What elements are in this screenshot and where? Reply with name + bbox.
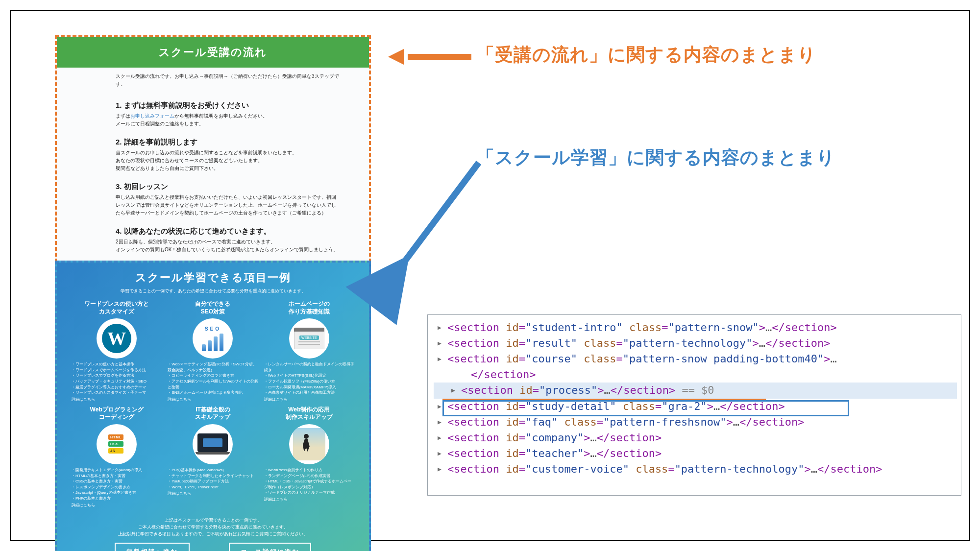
cell-list-item: HTML・CSS・Javascriptで作成するホームページ制作（レスポンシブ対… — [264, 479, 354, 490]
step-body: まずはお申し込みフォームから無料事前説明をお申し込みください。メールにて日程調整… — [116, 112, 340, 128]
study-heading: スクール学習できる項目一例 — [57, 263, 369, 288]
devtools-elements-panel[interactable]: <section id="student-intro" class="patte… — [427, 314, 961, 496]
cell-list-item: WebサイトのHTTPS(SSL)化設定 — [264, 373, 354, 379]
more-link[interactable]: 詳細はこちら — [168, 397, 258, 402]
cell-list-item: PHPの基本と書き方 — [72, 496, 162, 502]
cell-list-item: レスポンシブデザインの書き方 — [72, 484, 162, 490]
cell-list-item: Javascript・jQueryの基本と書き方 — [72, 490, 162, 496]
cell-title: Webプログラミングコーディング — [72, 406, 162, 421]
cell-list-item: 開発用テキストエディタ(Atom)の導入 — [72, 467, 162, 473]
apply-link[interactable]: お申し込みフォーム — [130, 113, 174, 119]
study-cell: Web制作の応用制作スキルアップWordPress会員サイトの作り方ランディング… — [264, 406, 354, 508]
devtools-line[interactable]: <section id="student-intro" class="patte… — [434, 320, 957, 335]
more-link[interactable]: 詳細はこちら — [168, 491, 258, 496]
cell-list-item: ワードプレスの使い方と基本操作 — [72, 361, 162, 367]
cell-list-item: 厳選プラグイン導入とおすすめのテーマ — [72, 384, 162, 390]
cell-list-item: WordPress会員サイトの作り方 — [264, 467, 354, 473]
arrow-blue — [388, 160, 486, 287]
step-title: 4. 以降あなたの状況に応じて進めていきます。 — [116, 227, 340, 236]
study-cell: ホームページの作り方基礎知識WEBSITEレンタルサーバーの契約と独自ドメインの… — [264, 300, 354, 402]
cell-list-item: バックアップ・セキュリティ対策・SEO — [72, 379, 162, 384]
devtools-line[interactable]: <section id="customer-voice" class="patt… — [434, 461, 957, 477]
cell-list-item: レンタルサーバーの契約と独自ドメインの取得手続き — [264, 361, 354, 373]
annotation-blue: 「スクール学習」に関する内容のまとまり — [476, 145, 835, 170]
cell-title: IT基礎全般のスキルアップ — [168, 406, 258, 421]
cell-list-item: ワードプレスのカスタマイズ・子テーマ — [72, 390, 162, 396]
step-title: 3. 初回レッスン — [116, 182, 340, 192]
arrow-orange — [388, 49, 471, 65]
process-step: 4. 以降あなたの状況に応じて進めていきます。2回目以降も、個別指導であなただけ… — [57, 224, 369, 261]
step-title: 1. まずは無料事前説明をお受けください — [116, 101, 340, 110]
cell-list-item: ランディングページ(LP)の作成実習 — [264, 473, 354, 479]
cell-list-item: HTMLの基本と書き方・実習 — [72, 473, 162, 479]
cell-list-item: ワードプレスでブログを作る方法 — [72, 373, 162, 379]
cell-list-item: Word、Excel、PowerPoint — [168, 484, 258, 490]
devtools-line[interactable]: </section> — [434, 367, 957, 383]
step-title: 2. 詳細を事前説明します — [116, 138, 340, 147]
left-column: スクール受講の流れ スクール受講の流れです。お申し込み→事前説明→（ご納得いただ… — [55, 35, 371, 551]
more-link[interactable]: 詳細はこちら — [72, 503, 162, 508]
devtools-line[interactable]: ⋯<section id="process">…</section> == $0 — [434, 383, 957, 398]
step-body: 当スクールのお申し込みの流れや受講に関することなどを事前説明をいたします。あなた… — [116, 149, 340, 172]
cell-list-item: ワードプレスのオリジナルテーマ作成 — [264, 490, 354, 496]
cell-list: 開発用テキストエディタ(Atom)の導入HTMLの基本と書き方・実習CSSの基本… — [72, 467, 162, 502]
cell-list-item: ワードプレスでホームページを作る方法 — [72, 367, 162, 373]
cell-list: Webマーケティング基礎(3C分析・SWOT分析、競合調査、ペルソナ設定)コピー… — [168, 361, 258, 396]
consult-button[interactable]: 無料相談へ進む — [115, 543, 190, 551]
cell-list-item: Webマーケティング基礎(3C分析・SWOT分析、競合調査、ペルソナ設定) — [168, 361, 258, 373]
step-body: 2回目以降も、個別指導であなただけのペースで着実に進めていきます。オンラインでの… — [116, 238, 340, 254]
study-cell: 自分でできるSEO対策SEOWebマーケティング基礎(3C分析・SWOT分析、競… — [168, 300, 258, 402]
study-footer-text: 上記は本スクールで学習できることの一例です。ご本人様の希望に合わせて学習する分野… — [57, 515, 369, 543]
cell-title: ワードプレスの使い方とカスタマイズ — [72, 300, 162, 315]
more-link[interactable]: 詳細はこちら — [264, 397, 354, 402]
process-step: 2. 詳細を事前説明します当スクールのお申し込みの流れや受講に関することなどを事… — [57, 135, 369, 179]
study-sub: 学習できることの一例です。あなたの希望に合わせて必要な分野を重点的に進めていきま… — [57, 288, 369, 300]
cell-icon: SEO — [193, 318, 233, 359]
process-step: 1. まずは無料事前説明をお受けくださいまずはお申し込みフォームから無料事前説明… — [57, 98, 369, 135]
devtools-line[interactable]: <section id="course" class="pattern-snow… — [434, 351, 957, 367]
study-cell: IT基礎全般のスキルアップPCの基本操作(Mac,Windows)チャットワーク… — [168, 406, 258, 508]
cell-list: レンタルサーバーの契約と独自ドメインの取得手続きWebサイトのHTTPS(SSL… — [264, 361, 354, 396]
cell-list-item: Youtubeの動画アップロード方法 — [168, 479, 258, 484]
cell-list-item: ローカル開発環境(MAMP/XAMPP)導入 — [264, 384, 354, 390]
process-step: 3. 初回レッスン申し込み用紙のご記入と授業料をお支払いいただけたら、いよいよ初… — [57, 179, 369, 224]
cell-list-item: PCの基本操作(Mac,Windows) — [168, 467, 258, 473]
cell-icon: WEBSITE — [289, 318, 329, 359]
cell-list: WordPress会員サイトの作り方ランディングページ(LP)の作成実習HTML… — [264, 467, 354, 496]
cell-icon: HTMLCSSJS — [97, 424, 137, 464]
devtools-line[interactable]: <section id="company">…</section> — [434, 430, 957, 446]
more-link[interactable]: 詳細はこちら — [264, 497, 354, 502]
cell-list-item: CSSの基本と書き方・実習 — [72, 479, 162, 484]
slide-frame: スクール受講の流れ スクール受講の流れです。お申し込み→事前説明→（ご納得いただ… — [10, 10, 970, 541]
cell-list-item: アクセス解析ツールを利用したWebサイトの分析と改善 — [168, 379, 258, 390]
step-body: 申し込み用紙のご記入と授業料をお支払いいただけたら、いよいよ初回レッスンスタート… — [116, 193, 340, 217]
cell-list: PCの基本操作(Mac,Windows)チャットワークを利用したオンラインチャッ… — [168, 467, 258, 490]
cell-list: ワードプレスの使い方と基本操作ワードプレスでホームページを作る方法ワードプレスで… — [72, 361, 162, 396]
cell-list-item: ファイル転送ソフト(FileZilla)の使い方 — [264, 379, 354, 384]
devtools-line[interactable]: <section id="faq" class="pattern-freshsn… — [434, 414, 957, 430]
cell-title: ホームページの作り方基礎知識 — [264, 300, 354, 315]
study-cell: WebプログラミングコーディングHTMLCSSJS開発用テキストエディタ(Ato… — [72, 406, 162, 508]
cell-icon — [289, 424, 329, 464]
course-detail-button[interactable]: コース詳細に進む — [229, 543, 311, 551]
cell-list-item: チャットワークを利用したオンラインチャット — [168, 473, 258, 479]
cell-list-item: コピーライティングのコツと書き方 — [168, 373, 258, 379]
cell-icon: W — [97, 318, 137, 359]
devtools-line[interactable]: <section id="teacher">…</section> — [434, 446, 957, 461]
annotation-orange: 「受講の流れ」に関する内容のまとまり — [476, 43, 816, 67]
cell-list-item: SNSとホームページ連携による集客強化 — [168, 390, 258, 396]
cell-list-item: 画像素材サイトの利用と画像加工方法 — [264, 390, 354, 396]
button-row: 無料相談へ進む コース詳細に進む — [57, 543, 369, 551]
process-heading: スクール受講の流れ — [57, 37, 369, 68]
cell-title: 自分でできるSEO対策 — [168, 300, 258, 315]
process-intro: スクール受講の流れです。お申し込み→事前説明→（ご納得いただけたら）受講の簡単な… — [57, 68, 369, 98]
process-section-screenshot: スクール受講の流れ スクール受講の流れです。お申し込み→事前説明→（ご納得いただ… — [55, 35, 371, 263]
more-link[interactable]: 詳細はこちら — [72, 397, 162, 402]
study-section-screenshot: スクール学習できる項目一例 学習できることの一例です。あなたの希望に合わせて必要… — [55, 261, 371, 551]
devtools-line[interactable]: <section id="result" class="pattern-tech… — [434, 335, 957, 351]
study-cell: ワードプレスの使い方とカスタマイズWワードプレスの使い方と基本操作ワードプレスで… — [72, 300, 162, 402]
cell-icon — [193, 424, 233, 464]
devtools-line[interactable]: <section id="study-detail" class="gra-2"… — [434, 399, 957, 414]
cell-title: Web制作の応用制作スキルアップ — [264, 406, 354, 421]
